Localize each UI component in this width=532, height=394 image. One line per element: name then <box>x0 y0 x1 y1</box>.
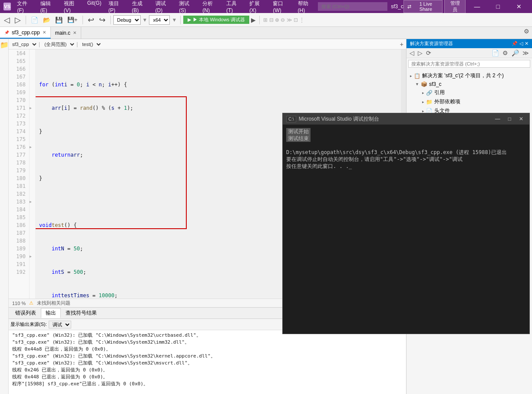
solution-icon: 📋 <box>414 73 420 79</box>
se-more-button[interactable]: ≫ <box>521 49 530 57</box>
nav-sep-1: | <box>38 41 41 47</box>
tree-item-sf3c[interactable]: ▼ 📦 sf3_c <box>406 80 532 88</box>
solution-search-box[interactable] <box>408 60 530 68</box>
global-scope-select[interactable]: (全局范围) <box>41 39 76 49</box>
pin-icon[interactable]: 📌 <box>512 41 518 46</box>
nav-buttons: ◁ ▷ <box>2 14 23 26</box>
output-source-select[interactable]: 调试 <box>49 321 71 328</box>
toolbar: ◁ ▷ 📄 📂 💾 💾+ ↩ ↪ Debug ▼ x64 ▼ ▶ ▶ 本地 Wi… <box>0 13 532 27</box>
save-all-button[interactable]: 💾+ <box>65 15 80 24</box>
manage-button[interactable]: 管理员 <box>444 0 466 14</box>
arrow-icon[interactable]: ◁ <box>519 41 523 46</box>
run-label: ▶ 本地 Windows 调试器 <box>193 16 245 23</box>
fold-markers: ▸ ▸ ▸ ▸ <box>30 49 36 299</box>
title-name: sf3_c <box>391 3 403 10</box>
output-content[interactable]: "sf3_cpp.exe" (Win32): 已加载 "C:\Windows\S… <box>9 330 406 394</box>
save-button[interactable]: 💾 <box>53 15 65 25</box>
tree-item-references[interactable]: ▸ 🔗 引用 <box>406 88 532 97</box>
menu-bar: 文件(F) 编辑(E) 视图(V) Git(G) 项目(P) 生成(B) 调试(… <box>13 0 318 13</box>
add-editor-button[interactable]: + <box>397 40 406 49</box>
back-button[interactable]: ◁ <box>2 14 12 26</box>
menu-edit[interactable]: 编辑(E) <box>37 0 60 13</box>
code-line-165: arr[i] = rand() % (s + 1); <box>39 104 397 112</box>
tab-main-c-close[interactable]: ✕ <box>73 30 76 35</box>
tab-output[interactable]: 输出 <box>41 308 61 318</box>
close-button[interactable]: ✕ <box>509 0 529 13</box>
zoom-level: 110 % <box>12 301 26 306</box>
menu-help[interactable]: 帮助(H) <box>294 0 318 13</box>
tab-find-results[interactable]: 查找符号结果 <box>61 308 102 318</box>
menu-analyze[interactable]: 分析(N) <box>199 0 223 13</box>
tab-sf3-cpp[interactable]: 📌 sf3_cpp.cpp ✕ <box>0 27 51 39</box>
menu-view[interactable]: 视图(V) <box>60 0 84 13</box>
tab-main-c-label: main.c <box>55 30 70 36</box>
se-sync-button[interactable]: ⟳ <box>425 49 433 57</box>
title-bar: VS 文件(F) 编辑(E) 视图(V) Git(G) 项目(P) 生成(B) … <box>0 0 532 13</box>
output-line-5: "sf3_cpp.exe" (Win32): 已加载 "C:\Windows\S… <box>12 360 403 367</box>
debug-hint2-line: 按任意键关闭此窗口. . ._ <box>286 163 526 170</box>
undo-button[interactable]: ↩ <box>86 14 96 26</box>
maximize-button[interactable]: □ <box>489 0 508 13</box>
console-minimize[interactable]: — <box>492 115 503 123</box>
more-debug-icons: ⊞ ⊟ ⊕ ⊖ ≫ ⊡ ⋮ <box>262 16 305 24</box>
menu-project[interactable]: 项目(P) <box>105 0 129 13</box>
scope-select[interactable]: sf3_cpp <box>9 39 38 49</box>
tree-item-solution[interactable]: ▸ 📋 解决方案 'sf3_c'(2 个项目，共 2 个) <box>406 71 532 80</box>
vs-logo-icon: VS <box>3 3 11 10</box>
se-back-button[interactable]: ◁ <box>408 49 416 57</box>
tab-settings-button[interactable]: ⚙ <box>521 27 532 39</box>
menu-git[interactable]: Git(G) <box>84 0 105 13</box>
output-line-7: 线程 0x448 已退出，返回值为 0 (0x0)。 <box>12 374 403 381</box>
minimize-button[interactable]: — <box>467 0 486 13</box>
console-close[interactable]: ✕ <box>516 115 526 123</box>
tab-main-c[interactable]: main.c ✕ <box>51 27 81 39</box>
nav-sep-2: | <box>76 41 79 47</box>
debug-output-highlight-2: 测试结束 <box>286 135 311 142</box>
solution-explorer-toolbar: ◁ ▷ ⟳ 📄 ⚙ 🔎 ≫ <box>406 48 532 58</box>
live-share-label: 1 Live Share <box>413 1 439 12</box>
platform-select[interactable]: x64 <box>149 15 170 25</box>
new-file-button[interactable]: 📄 <box>29 15 40 25</box>
run-icon: ▶ <box>188 17 191 23</box>
redo-button[interactable]: ↪ <box>97 14 108 26</box>
tree-arrow-solution: ▸ <box>410 74 412 78</box>
search-input[interactable] <box>318 2 387 11</box>
tree-arrow-headers: ▸ <box>422 109 424 113</box>
se-preview-button[interactable]: 🔎 <box>510 49 520 57</box>
debug-console-title-bar: C:\ Microsoft Visual Studio 调试控制台 — □ ✕ <box>283 113 529 125</box>
tree-item-external-deps[interactable]: ▸ 📁 外部依赖项 <box>406 97 532 106</box>
solution-search-input[interactable] <box>408 60 530 68</box>
function-select[interactable]: test() <box>79 39 102 49</box>
menu-window[interactable]: 窗口(W) <box>269 0 294 13</box>
menu-tools[interactable]: 工具(T) <box>223 0 246 13</box>
se-properties-button[interactable]: ⚙ <box>501 49 509 57</box>
menu-test[interactable]: 测试(S) <box>175 0 199 13</box>
debug-mode-select[interactable]: Debug <box>113 15 141 25</box>
output-line-4: "sf3_cpp.exe" (Win32): 已加载 "C:\Windows\S… <box>12 353 403 360</box>
tab-sf3-cpp-close[interactable]: ✕ <box>43 30 46 35</box>
live-share-button[interactable]: ⇄ 1 Live Share <box>403 0 443 13</box>
menu-extensions[interactable]: 扩展(X) <box>246 0 269 13</box>
activity-bar: 📁 <box>0 39 9 394</box>
editor-nav-bar: sf3_cpp | (全局范围) | test() + <box>9 39 406 49</box>
output-line-3: 线程 0x44a8 已退出，返回值为 0 (0x0)。 <box>12 346 403 353</box>
debug-hint-line: 要在调试停止时自动关闭控制台，请启用"工具"->"选项"->"调试"->"调试 <box>286 156 526 163</box>
menu-file[interactable]: 文件(F) <box>13 0 36 13</box>
menu-build[interactable]: 生成(B) <box>129 0 152 13</box>
sf3c-icon: 📦 <box>421 81 427 87</box>
debug-console: C:\ Microsoft Visual Studio 调试控制台 — □ ✕ … <box>282 113 530 334</box>
menu-debug[interactable]: 调试(D) <box>152 0 176 13</box>
run-button[interactable]: ▶ ▶ 本地 Windows 调试器 <box>183 16 249 24</box>
output-line-8: 程序"[15988] sf3_cpp.exe"已退出，返回值为 0 (0x0)。 <box>12 381 403 387</box>
attach-button[interactable]: ▶ <box>250 16 257 24</box>
se-show-all-files-button[interactable]: 📄 <box>490 49 500 57</box>
explorer-icon[interactable]: 📁 <box>0 41 9 49</box>
close-panel-icon[interactable]: ✕ <box>525 41 529 46</box>
separator-1 <box>26 16 26 24</box>
tab-error-list[interactable]: 错误列表 <box>10 308 41 318</box>
forward-button[interactable]: ▷ <box>13 14 23 26</box>
open-file-button[interactable]: 📂 <box>41 15 53 25</box>
se-forward-button[interactable]: ▷ <box>416 49 424 57</box>
console-maximize[interactable]: □ <box>506 115 514 123</box>
output-source-label: 显示输出来源(S): <box>10 321 47 328</box>
